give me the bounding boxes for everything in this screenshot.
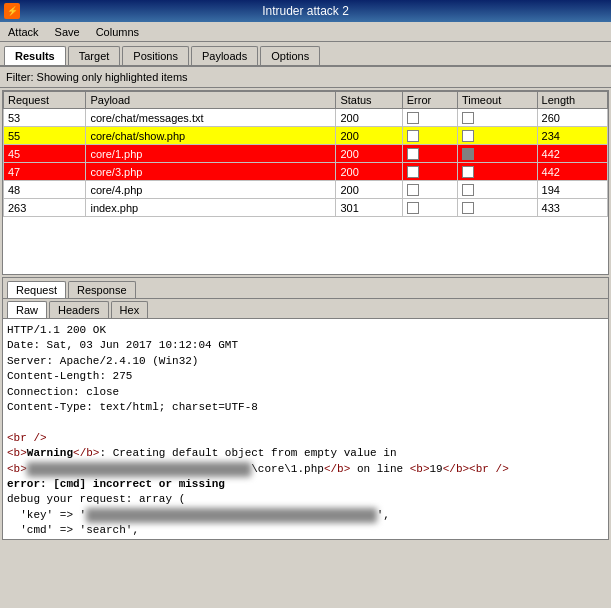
cell-status: 301 (336, 199, 402, 217)
col-error: Error (402, 92, 457, 109)
tab-positions[interactable]: Positions (122, 46, 189, 65)
cmd-line: 'cmd' => 'search', (7, 524, 139, 536)
table-row[interactable]: 53core/chat/messages.txt200260 (4, 109, 608, 127)
filter-text: Filter: Showing only highlighted items (6, 71, 188, 83)
cell-timeout (457, 163, 537, 181)
key-end: ', (377, 509, 390, 521)
app-icon: ⚡ (4, 3, 20, 19)
cell-payload: core/1.php (86, 145, 336, 163)
cell-error (402, 199, 457, 217)
html-tag-b-open: <b> (7, 447, 27, 459)
cell-request: 45 (4, 145, 86, 163)
http-line-6: Content-Type: text/html; charset=UTF-8 (7, 401, 258, 413)
tab-payloads[interactable]: Payloads (191, 46, 258, 65)
col-length: Length (537, 92, 607, 109)
checkbox-error[interactable] (407, 112, 419, 124)
main-tabs: Results Target Positions Payloads Option… (0, 42, 611, 67)
checkbox-error[interactable] (407, 202, 419, 214)
checkbox-timeout[interactable] (462, 148, 474, 160)
title-bar: ⚡ Intruder attack 2 (0, 0, 611, 22)
cell-payload: core/chat/show.php (86, 127, 336, 145)
tab-target[interactable]: Target (68, 46, 121, 65)
warning-text: Warning (27, 447, 73, 459)
cell-status: 200 (336, 163, 402, 181)
bottom-section: Request Response Raw Headers Hex HTTP/1.… (2, 277, 609, 540)
cell-timeout (457, 181, 537, 199)
filter-bar: Filter: Showing only highlighted items (0, 67, 611, 88)
cell-error (402, 163, 457, 181)
sub-tabs: Request Response (3, 278, 608, 299)
http-line-5: Connection: close (7, 386, 119, 398)
tab-options[interactable]: Options (260, 46, 320, 65)
cell-request: 263 (4, 199, 86, 217)
cell-length: 260 (537, 109, 607, 127)
col-payload: Payload (86, 92, 336, 109)
checkbox-timeout[interactable] (462, 166, 474, 178)
cell-status: 200 (336, 145, 402, 163)
menu-attack[interactable]: Attack (4, 25, 43, 39)
checkbox-timeout[interactable] (462, 112, 474, 124)
innertab-raw[interactable]: Raw (7, 301, 47, 318)
cell-request: 55 (4, 127, 86, 145)
cell-request: 48 (4, 181, 86, 199)
cell-error (402, 145, 457, 163)
cell-length: 234 (537, 127, 607, 145)
debug-line: debug your request: array ( (7, 493, 185, 505)
cell-timeout (457, 199, 537, 217)
col-request: Request (4, 92, 86, 109)
cell-length: 194 (537, 181, 607, 199)
innertab-headers[interactable]: Headers (49, 301, 109, 318)
table-row[interactable]: 47core/3.php200442 (4, 163, 608, 181)
tab-results[interactable]: Results (4, 46, 66, 65)
key-blur: ████████████████████████████████████████… (86, 508, 376, 523)
inner-tabs: Raw Headers Hex (3, 299, 608, 319)
checkbox-error[interactable] (407, 148, 419, 160)
cell-length: 442 (537, 145, 607, 163)
cell-length: 433 (537, 199, 607, 217)
http-line-1: HTTP/1.1 200 OK (7, 324, 106, 336)
checkbox-timeout[interactable] (462, 130, 474, 142)
window-title: Intruder attack 2 (262, 4, 349, 18)
http-line-3: Server: Apache/2.4.10 (Win32) (7, 355, 198, 367)
path-blur: ██████████████████████████████████ (27, 462, 251, 477)
menu-save[interactable]: Save (51, 25, 84, 39)
html-tag-br: <br /> (7, 432, 47, 444)
error-line: error: [cmd] incorrect or missing (7, 478, 225, 490)
checkbox-timeout[interactable] (462, 184, 474, 196)
subtab-response[interactable]: Response (68, 281, 136, 298)
table-row[interactable]: 55core/chat/show.php200234 (4, 127, 608, 145)
checkbox-error[interactable] (407, 184, 419, 196)
results-table-wrapper: Request Payload Status Error Timeout Len… (2, 90, 609, 275)
cell-payload: core/chat/messages.txt (86, 109, 336, 127)
cell-timeout (457, 145, 537, 163)
checkbox-timeout[interactable] (462, 202, 474, 214)
warning-msg: : Creating default object from empty val… (99, 447, 396, 459)
cell-error (402, 127, 457, 145)
table-row[interactable]: 263index.php301433 (4, 199, 608, 217)
cell-payload: core/4.php (86, 181, 336, 199)
cell-status: 200 (336, 109, 402, 127)
menu-columns[interactable]: Columns (92, 25, 143, 39)
cell-request: 47 (4, 163, 86, 181)
cell-error (402, 109, 457, 127)
http-line-2: Date: Sat, 03 Jun 2017 10:12:04 GMT (7, 339, 238, 351)
line-num: 19 (430, 463, 443, 475)
table-row[interactable]: 45core/1.php200442 (4, 145, 608, 163)
table-row[interactable]: 48core/4.php200194 (4, 181, 608, 199)
cell-timeout (457, 109, 537, 127)
http-line-4: Content-Length: 275 (7, 370, 132, 382)
checkbox-error[interactable] (407, 166, 419, 178)
cell-payload: core/3.php (86, 163, 336, 181)
cell-status: 200 (336, 181, 402, 199)
innertab-hex[interactable]: Hex (111, 301, 149, 318)
http-content: HTTP/1.1 200 OK Date: Sat, 03 Jun 2017 1… (3, 319, 608, 539)
cell-request: 53 (4, 109, 86, 127)
cell-status: 200 (336, 127, 402, 145)
cell-length: 442 (537, 163, 607, 181)
results-table: Request Payload Status Error Timeout Len… (3, 91, 608, 217)
path-suffix: \core\1.php (251, 463, 324, 475)
subtab-request[interactable]: Request (7, 281, 66, 298)
checkbox-error[interactable] (407, 130, 419, 142)
html-tag-b2: <b> (7, 463, 27, 475)
cell-payload: index.php (86, 199, 336, 217)
